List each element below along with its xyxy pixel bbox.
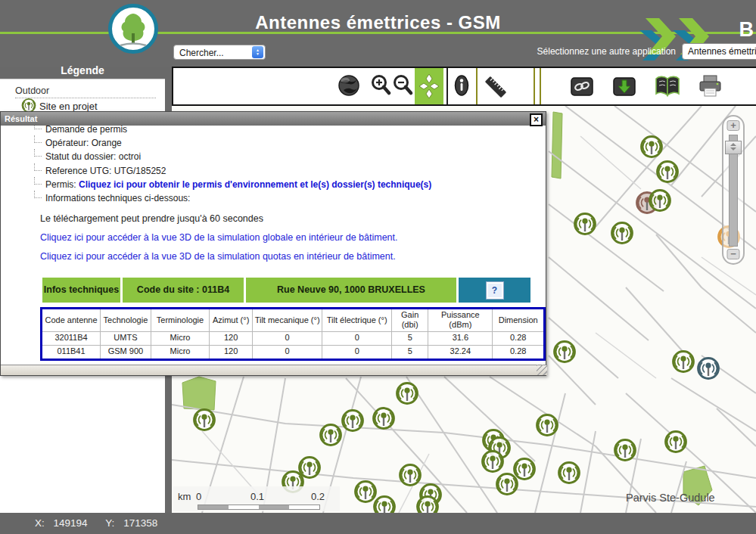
close-icon[interactable]: × [530,113,543,126]
coord-x-value: 149194 [54,517,88,529]
resize-grip[interactable] [537,365,547,375]
table-cell: 011B41 [42,345,101,359]
identify-button[interactable] [450,74,473,100]
antenna-marker-green[interactable] [646,188,674,214]
printer-icon [698,74,723,98]
table-cell: 0 [252,345,322,359]
table-row: 32011B4UMTSMicro12000531.60.28 [42,331,545,345]
link-button[interactable] [569,74,595,101]
coord-y-label: Y: [105,517,114,529]
site-address-cell: Rue Neuve 90, 1000 BRUXELLES [246,278,456,303]
legend-group-outdoor: Outdoor [15,85,156,98]
table-cell: 0.28 [493,331,545,345]
antenna-marker-green[interactable] [661,430,690,455]
table-cell: 0.28 [493,345,545,359]
result-horizontal-scrollbar[interactable] [1,365,547,375]
globe-extent-button[interactable] [338,74,360,100]
select-stepper-icon[interactable]: ▲ ▼ [252,46,263,58]
antenna-marker-green[interactable] [478,449,507,475]
table-cell: 0 [252,331,322,345]
result-panel-body: Demande de permisOpérateur: OrangeStatut… [1,126,546,366]
tree-connector [34,149,42,157]
result-panel: Résultat × Demande de permisOpérateur: O… [0,111,546,376]
antenna-marker-blue[interactable] [694,356,723,382]
tree-item-label: Reference UTG: UTG/185252 [45,166,166,176]
tree-item-label: Demande de permis [45,126,127,135]
scale-tick: 0.1 [250,491,264,502]
antenna-marker-green[interactable] [493,472,521,498]
toolbar-separator [476,68,478,104]
antenna-marker-green[interactable] [611,438,639,464]
table-cell: 31.6 [428,331,493,345]
infos-techniques-tab[interactable]: Infos techniques [42,278,120,303]
slider-arrow-down-icon [730,147,736,151]
antenna-marker-green[interactable] [369,406,398,432]
brussels-environment-logo [108,4,158,54]
tree-connector [34,177,42,185]
table-header-cell: Puissance (dBm) [428,309,493,331]
antenna-marker-green[interactable] [608,221,636,247]
table-cell: GSM 900 [101,345,151,359]
tree-item-label: Informations techniques ci-dessous: [45,193,190,203]
tree-item: Opérateur: Orange [34,135,546,149]
tree-connector [34,126,42,129]
toolbar-separator [534,68,535,104]
map-place-label: Parvis Ste-Gudule [626,492,715,504]
measure-button[interactable] [483,74,509,103]
zoom-out-button[interactable] [391,73,414,102]
antenna-marker-green[interactable] [637,135,666,160]
zoom-slider-minus-button[interactable]: − [727,249,740,259]
application-select[interactable]: Antennes émettri [682,43,756,60]
info-bar: Infos techniques Code du site : 011B4 Ru… [42,278,546,303]
app-select-label: Sélectionnez une autre application [537,46,676,57]
antenna-marker-green[interactable] [533,413,562,439]
antenna-marker-green[interactable] [653,160,682,185]
table-cell: UMTS [101,331,151,345]
coord-y-value: 171358 [123,517,157,529]
legend-item-label: Site en projet [39,101,98,112]
tree-item-label: Opérateur: Orange [45,138,122,148]
scale-tick: 0 [196,491,201,502]
antenna-marker-green[interactable] [571,212,599,238]
tree-connector [34,135,42,143]
pan-tool-button-active[interactable] [415,68,443,104]
antenna-table-body: 32011B4UMTSMicro12000531.60.28011B41GSM … [42,331,545,359]
result-panel-titlebar[interactable]: Résultat × [1,112,546,126]
antenna-marker-green[interactable] [413,495,442,513]
tree-item: Demande de permis [34,126,546,135]
search-input[interactable]: Chercher... ▲ ▼ [173,45,266,60]
library-button[interactable] [655,74,680,101]
print-button[interactable] [698,74,723,101]
legend-title: Légende [0,64,165,76]
table-cell: Micro [151,345,210,359]
antenna-marker-green[interactable] [316,423,345,449]
zoom-slider-handle[interactable] [725,141,742,154]
antenna-marker-green[interactable] [370,495,399,513]
download-button[interactable] [611,74,637,101]
toolbar-separator [446,68,448,104]
link-3d-global[interactable]: Cliquez ici pour accéder à la vue 3D de … [40,232,546,244]
tree-connector [34,191,42,198]
zoom-in-button[interactable] [369,73,392,102]
antenna-marker-green[interactable] [393,381,422,407]
link-3d-quotas[interactable]: Cliquez ici pour accéder à la vue 3D de … [40,251,546,262]
antenna-marker-green[interactable] [555,461,583,486]
pan-icon [418,73,440,100]
tree-item: Statut du dossier: octroi [34,149,546,163]
table-header-cell: Gain (dbi) [392,309,428,331]
help-cell: ? [459,278,530,303]
map-toolbar [172,67,756,106]
scale-segments [198,505,320,510]
help-icon[interactable]: ? [487,282,503,299]
tree-item: Informations techniques ci-dessous: [34,191,546,204]
zoom-slider[interactable]: + − [722,115,745,265]
permit-link[interactable]: Cliquez ici pour obtenir le permis d'env… [76,179,432,190]
antenna-marker-green[interactable] [190,408,219,433]
brand-text: B [739,18,754,42]
zoom-slider-plus-button[interactable]: + [727,120,740,131]
link-folder-icon [569,74,595,98]
table-header-cell: Technologie [101,309,151,331]
antenna-marker-green[interactable] [550,340,579,365]
table-header-cell: Azimut (°) [210,309,253,331]
download-note: Le téléchargement peut prendre jusqu'à 6… [40,213,546,225]
